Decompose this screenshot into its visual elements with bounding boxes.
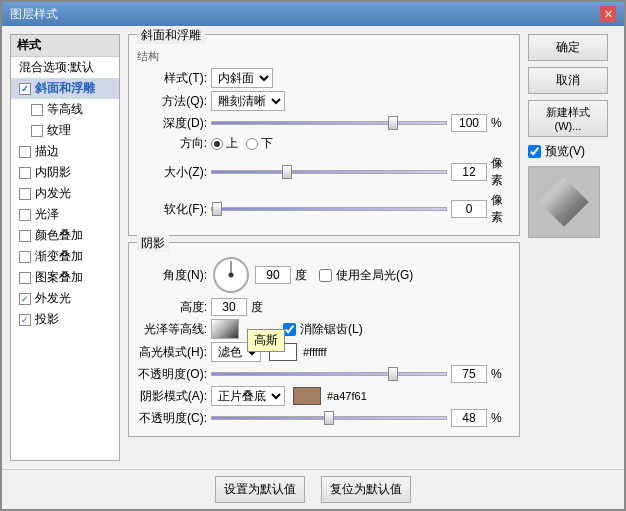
close-button[interactable]: ✕ [600,6,616,22]
gloss-preview[interactable] [211,319,239,339]
angle-circle[interactable] [213,257,249,293]
sidebar-item-pattern-overlay[interactable]: 图案叠加 [11,267,119,288]
styles-section-title: 样式 [11,35,119,57]
style-row: 样式(T): 内斜面 [137,68,511,88]
bevel-checkbox-icon: ✓ [19,83,31,95]
highlight-mode-row: 高光模式(H): 滤色 #ffffff [137,342,511,362]
gloss-container: 高斯 [211,319,239,339]
shadow-opacity-value[interactable] [451,409,487,427]
sidebar-item-inner-shadow[interactable]: 内阴影 [11,162,119,183]
altitude-row: 高度: 度 [137,298,511,316]
satin-label: 光泽 [35,206,59,223]
depth-label: 深度(D): [137,115,207,132]
preview-text: 预览(V) [545,143,585,160]
bottom-buttons: 设置为默认值 复位为默认值 [2,469,624,509]
inner-shadow-label: 内阴影 [35,164,71,181]
sidebar-item-blend[interactable]: 混合选项:默认 [11,57,119,78]
depth-value[interactable] [451,114,487,132]
shadow-opacity-label: 不透明度(C): [137,410,207,427]
soften-row: 软化(F): 像素 [137,192,511,226]
sidebar-item-stroke[interactable]: 描边 [11,141,119,162]
sidebar-item-contour[interactable]: 等高线 [11,99,119,120]
sidebar-item-texture[interactable]: 纹理 [11,120,119,141]
sidebar-item-drop-shadow[interactable]: ✓ 投影 [11,309,119,330]
anti-alias-label[interactable]: 消除锯齿(L) [283,321,363,338]
preview-box [528,166,600,238]
highlight-opacity-slider[interactable] [211,372,447,376]
inner-glow-checkbox-icon [19,188,31,200]
sidebar-item-satin[interactable]: 光泽 [11,204,119,225]
outer-glow-label: 外发光 [35,290,71,307]
global-light-label[interactable]: 使用全局光(G) [319,267,413,284]
highlight-opacity-label: 不透明度(O): [137,366,207,383]
style-label: 样式(T): [137,70,207,87]
depth-slider[interactable] [211,121,447,125]
reset-default-button[interactable]: 复位为默认值 [321,476,411,503]
direction-label: 方向: [137,135,207,152]
altitude-value[interactable] [211,298,247,316]
preview-thumbnail [537,175,592,230]
gradient-overlay-checkbox-icon [19,251,31,263]
shadow-opacity-thumb[interactable] [324,411,334,425]
texture-checkbox-icon [31,125,43,137]
angle-value[interactable] [255,266,291,284]
sidebar-item-bevel[interactable]: ✓ 斜面和浮雕 [11,78,119,99]
sidebar-item-outer-glow[interactable]: ✓ 外发光 [11,288,119,309]
highlight-opacity-value[interactable] [451,365,487,383]
gloss-tooltip: 高斯 [247,329,285,352]
style-select[interactable]: 内斜面 [211,68,273,88]
color-overlay-checkbox-icon [19,230,31,242]
highlight-opacity-thumb[interactable] [388,367,398,381]
preview-label[interactable]: 预览(V) [528,143,616,160]
size-slider[interactable] [211,170,447,174]
shadow-mode-row: 阴影模式(A): 正片叠底 #a47f61 [137,386,511,406]
dir-down-label[interactable]: 下 [246,135,273,152]
bevel-label: 斜面和浮雕 [35,80,95,97]
shadow-color-swatch[interactable] [293,387,321,405]
soften-value[interactable] [451,200,487,218]
soften-thumb[interactable] [212,202,222,216]
dir-up-text: 上 [226,135,238,152]
size-unit: 像素 [491,155,511,189]
angle-center-dot [229,273,234,278]
angle-unit: 度 [295,267,315,284]
new-style-button[interactable]: 新建样式(W)... [528,100,608,137]
size-thumb[interactable] [282,165,292,179]
bevel-group: 斜面和浮雕 结构 样式(T): 内斜面 方法(Q): 雕刻清晰 [128,34,520,236]
sidebar-item-gradient-overlay[interactable]: 渐变叠加 [11,246,119,267]
shadow-group: 阴影 角度(N): 度 [128,242,520,437]
pattern-overlay-checkbox-icon [19,272,31,284]
depth-thumb[interactable] [388,116,398,130]
shadow-mode-select[interactable]: 正片叠底 [211,386,285,406]
shadow-title: 阴影 [137,235,169,252]
shadow-opacity-row: 不透明度(C): % [137,409,511,427]
drop-shadow-label: 投影 [35,311,59,328]
dir-down-radio[interactable] [246,138,258,150]
dir-up-label[interactable]: 上 [211,135,238,152]
sidebar-item-color-overlay[interactable]: 颜色叠加 [11,225,119,246]
gloss-label: 光泽等高线: [137,321,207,338]
contour-label: 等高线 [47,101,83,118]
shadow-opacity-slider[interactable] [211,416,447,420]
soften-label: 软化(F): [137,201,207,218]
method-select[interactable]: 雕刻清晰 [211,91,285,111]
gloss-row: 光泽等高线: 高斯 消除锯齿(L) [137,319,511,339]
size-label: 大小(Z): [137,164,207,181]
inner-glow-label: 内发光 [35,185,71,202]
cancel-button[interactable]: 取消 [528,67,608,94]
pattern-overlay-label: 图案叠加 [35,269,83,286]
layer-style-window: 图层样式 ✕ 样式 混合选项:默认 ✓ 斜面和浮雕 等高线 纹理 描边 [0,0,626,511]
altitude-unit: 度 [251,299,271,316]
preview-checkbox[interactable] [528,145,541,158]
global-light-checkbox[interactable] [319,269,332,282]
angle-row: 角度(N): 度 使用全局光(G) [137,255,511,295]
dir-up-radio[interactable] [211,138,223,150]
inner-shadow-checkbox-icon [19,167,31,179]
satin-checkbox-icon [19,209,31,221]
bevel-title: 斜面和浮雕 [137,27,205,44]
soften-slider[interactable] [211,207,447,211]
sidebar-item-inner-glow[interactable]: 内发光 [11,183,119,204]
ok-button[interactable]: 确定 [528,34,608,61]
set-default-button[interactable]: 设置为默认值 [215,476,305,503]
size-value[interactable] [451,163,487,181]
